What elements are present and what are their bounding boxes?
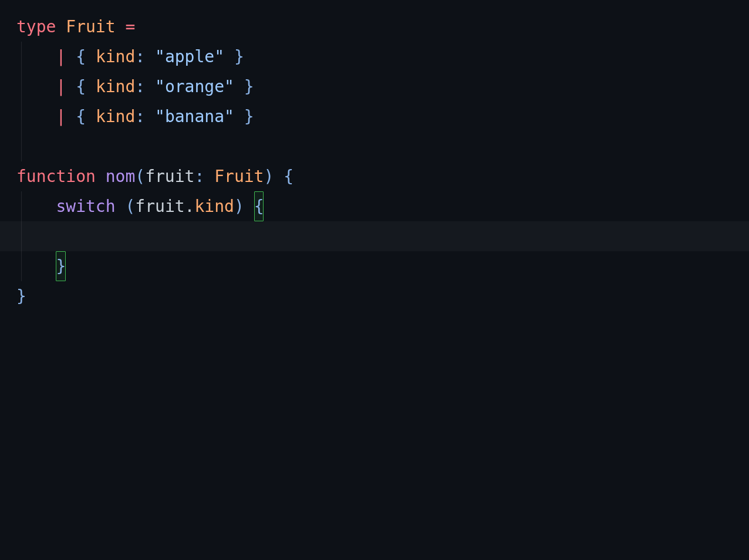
code-line[interactable]: | { kind: "apple" } xyxy=(0,42,749,72)
paren-open: ( xyxy=(135,167,145,186)
brace-close-matched: } xyxy=(56,251,66,281)
keyword-switch: switch xyxy=(56,197,115,216)
code-line[interactable]: | { kind: "orange" } xyxy=(0,72,749,102)
colon: : xyxy=(135,107,145,126)
property-kind: kind xyxy=(96,77,135,96)
brace-open-matched: { xyxy=(254,191,264,221)
code-line[interactable] xyxy=(0,131,749,161)
brace-open: { xyxy=(76,47,86,66)
code-line[interactable]: | { kind: "banana" } xyxy=(0,102,749,131)
code-editor[interactable]: type Fruit = | { kind: "apple" } | { kin… xyxy=(0,0,749,311)
code-line[interactable]: function nom(fruit: Fruit) { xyxy=(0,161,749,191)
colon: : xyxy=(194,167,204,186)
brace-close: } xyxy=(244,77,254,96)
brace-close: } xyxy=(234,47,244,66)
property-kind: kind xyxy=(194,197,234,216)
code-line-current[interactable] xyxy=(0,221,749,251)
code-line[interactable]: type Fruit = xyxy=(0,12,749,42)
identifier: fruit xyxy=(135,197,184,216)
type-identifier: Fruit xyxy=(214,167,264,186)
string-literal: "apple" xyxy=(155,47,224,66)
paren-close: ) xyxy=(234,197,244,216)
paren-open: ( xyxy=(125,197,135,216)
colon: : xyxy=(135,77,145,96)
property-kind: kind xyxy=(96,107,135,126)
operator-pipe: | xyxy=(56,107,66,126)
colon: : xyxy=(135,47,145,66)
keyword-function: function xyxy=(16,167,96,186)
code-line[interactable]: } xyxy=(0,281,749,311)
code-line[interactable]: } xyxy=(0,251,749,281)
code-line[interactable]: switch (fruit.kind) { xyxy=(0,191,749,221)
brace-close: } xyxy=(244,107,254,126)
keyword-type: type xyxy=(16,17,56,36)
operator-pipe: | xyxy=(56,47,66,66)
operator-equals: = xyxy=(125,17,135,36)
brace-close: } xyxy=(16,286,26,306)
parameter-name: fruit xyxy=(145,167,194,186)
operator-pipe: | xyxy=(56,77,66,96)
brace-open: { xyxy=(284,167,293,186)
string-literal: "orange" xyxy=(155,77,234,96)
brace-open: { xyxy=(76,77,86,96)
function-name: nom xyxy=(106,167,136,186)
string-literal: "banana" xyxy=(155,107,234,126)
property-kind: kind xyxy=(96,47,135,66)
brace-open: { xyxy=(76,107,86,126)
type-identifier: Fruit xyxy=(66,17,115,36)
paren-close: ) xyxy=(264,167,274,186)
dot: . xyxy=(185,197,195,216)
